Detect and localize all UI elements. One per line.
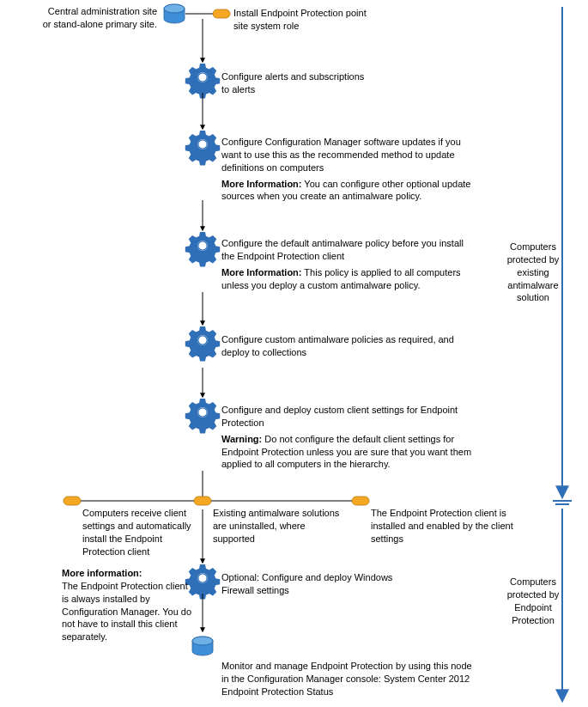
more-info-block: More information: The Endpoint Protectio… (62, 567, 195, 643)
connector-pill (64, 497, 81, 505)
text: Configure the default antimalware policy… (221, 238, 464, 261)
text: Configure custom antimalware policies as… (221, 334, 454, 357)
text: Computers protected by existing antimalw… (507, 241, 560, 302)
step-install: Install Endpoint Protection point site s… (233, 7, 379, 33)
text: Central administration siteor stand-alon… (43, 6, 157, 29)
step-client-settings: Configure and deploy custom client setti… (221, 404, 479, 471)
gear-icon (185, 326, 220, 361)
text: Computers receive client settings and au… (82, 508, 191, 557)
connector-pill (194, 497, 211, 505)
text: The Endpoint Protection client is always… (62, 581, 191, 642)
text: Configure Configuration Manager software… (221, 137, 461, 173)
text: Computers protected by Endpoint Protecti… (507, 576, 560, 625)
text: Install Endpoint Protection point site s… (233, 8, 367, 31)
step-monitor: Monitor and manage Endpoint Protection b… (221, 660, 479, 698)
text: Configure alerts and subscriptions to al… (221, 71, 364, 94)
label: More Information: (221, 179, 302, 189)
text: Existing antimalware solutions are unins… (213, 508, 339, 544)
text: Optional: Configure and deploy Windows F… (221, 572, 392, 595)
branch-right: The Endpoint Protection client is instal… (371, 507, 517, 545)
sidebar-top: Computers protected by existing antimalw… (503, 241, 563, 304)
text: Monitor and manage Endpoint Protection b… (221, 661, 472, 697)
label: More information: (62, 568, 142, 578)
branch-left: Computers receive client settings and au… (82, 507, 196, 558)
database-icon (164, 4, 185, 23)
database-icon (192, 637, 213, 655)
connector-pill (213, 9, 230, 18)
gear-icon (185, 131, 220, 165)
text: The Endpoint Protection client is instal… (371, 508, 513, 544)
step-default-policy: Configure the default antimalware policy… (221, 237, 479, 291)
gear-icon (185, 64, 220, 98)
gear-icon (185, 399, 220, 433)
step-custom-policies: Configure custom antimalware policies as… (221, 333, 470, 359)
label: More Information: (221, 267, 302, 277)
connector-pill (352, 497, 369, 505)
step-alerts: Configure alerts and subscriptions to al… (221, 70, 367, 96)
gear-icon (185, 232, 220, 266)
site-label: Central administration siteor stand-alon… (0, 5, 157, 31)
label: Warning: (221, 434, 262, 444)
sidebar-bottom: Computers protected by Endpoint Protecti… (503, 576, 563, 626)
branch-mid: Existing antimalware solutions are unins… (213, 507, 342, 545)
text: Configure and deploy custom client setti… (221, 405, 458, 428)
step-updates: Configure Configuration Manager software… (221, 136, 479, 203)
step-firewall: Optional: Configure and deploy Windows F… (221, 571, 410, 597)
